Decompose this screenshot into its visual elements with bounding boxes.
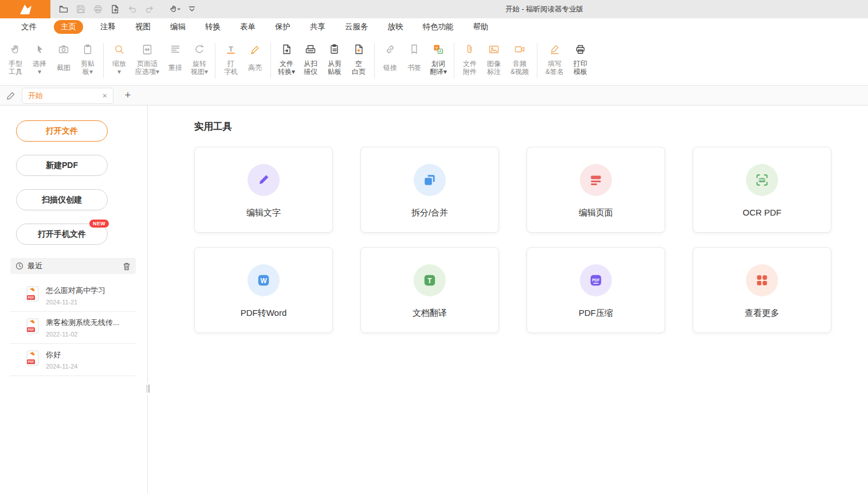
tool-card-split-merge[interactable]: 拆分/合并 xyxy=(360,147,499,233)
ribbon-label: &签名 xyxy=(545,68,564,76)
tab-close-icon[interactable]: × xyxy=(103,92,107,100)
tool-card-edit-text[interactable]: 编辑文字 xyxy=(194,147,333,233)
menu-bar: 文件 主页 注释 视图 编辑 转换 表单 保护 共享 云服务 放映 特色功能 帮… xyxy=(0,18,868,36)
ribbon-hand-tool[interactable]: 手型工具 xyxy=(3,36,28,76)
ribbon-link[interactable]: 链接 xyxy=(378,36,402,76)
menu-tab-form[interactable]: 表单 xyxy=(230,18,265,36)
recent-file-item[interactable]: PDF 你好 2024-11-24 xyxy=(10,344,136,376)
ribbon-clipboard[interactable]: 剪贴板▾ xyxy=(76,36,100,76)
tool-card-edit-page[interactable]: 编辑页面 xyxy=(527,147,665,233)
scanner-create-button[interactable]: 扫描仪创建 xyxy=(16,189,108,210)
menu-tab-protect[interactable]: 保护 xyxy=(265,18,300,36)
ribbon-select-tool[interactable]: 选择▾ xyxy=(28,36,52,76)
redo-icon[interactable] xyxy=(142,2,157,16)
sidebar-resize-handle[interactable] xyxy=(145,383,151,394)
open-file-button[interactable]: 打开文件 xyxy=(16,120,108,142)
menu-tab-share[interactable]: 共享 xyxy=(300,18,335,36)
tool-card-pdf-to-word[interactable]: W PDF转Word xyxy=(194,247,333,333)
ribbon-separator xyxy=(103,43,104,79)
select-cursor-icon xyxy=(33,43,46,56)
print-icon[interactable] xyxy=(91,2,105,16)
pdf-file-icon: PDF xyxy=(26,350,39,366)
customize-toolbar-icon[interactable] xyxy=(184,2,199,16)
ribbon-highlight[interactable]: 高亮 xyxy=(243,36,267,76)
recent-file-date: 2024-11-24 xyxy=(46,363,77,370)
clock-icon xyxy=(15,262,23,270)
ribbon-audio-video[interactable]: 音频&视频 xyxy=(506,36,533,76)
recent-file-name: 乘客检测系统无线传... xyxy=(46,318,119,328)
ribbon-file-attachment[interactable]: 文件附件 xyxy=(458,36,482,76)
ribbon-rotate-view[interactable]: 旋转视图▾ xyxy=(187,36,211,76)
ribbon-label: 转换▾ xyxy=(278,68,295,76)
ribbon-image-annotation[interactable]: 图像标注 xyxy=(482,36,506,76)
ribbon-snapshot[interactable]: 截图 xyxy=(52,36,76,76)
ribbon-zoom[interactable]: 缩放▾ xyxy=(107,36,131,76)
ribbon-label: 打 xyxy=(227,60,234,68)
menu-tab-comment[interactable]: 注释 xyxy=(91,18,125,36)
menu-tab-convert[interactable]: 转换 xyxy=(195,18,230,36)
menu-tab-help[interactable]: 帮助 xyxy=(464,18,498,36)
ribbon-word-translate[interactable]: 文A 划词翻译▾ xyxy=(426,36,450,76)
quick-access-toolbar xyxy=(56,2,199,16)
new-pdf-button[interactable]: 新建PDF xyxy=(16,155,108,176)
ribbon-bookmark[interactable]: 书签 xyxy=(402,36,426,76)
clear-recent-trash-icon[interactable] xyxy=(123,262,131,271)
ribbon-typewriter[interactable]: T 打字机 xyxy=(219,36,243,76)
menu-tab-edit[interactable]: 编辑 xyxy=(160,18,195,36)
tab-start-page[interactable]: 开始 × xyxy=(22,88,113,104)
menu-tab-present[interactable]: 放映 xyxy=(378,18,413,36)
menu-tab-home[interactable]: 主页 xyxy=(54,18,83,36)
ribbon-print-template[interactable]: 打印模板 xyxy=(568,36,592,76)
menu-tab-features[interactable]: 特色功能 xyxy=(413,18,464,36)
ribbon-from-scanner[interactable]: 从扫描仪 xyxy=(299,36,323,76)
ribbon-fill-sign[interactable]: 填写&签名 xyxy=(541,36,568,76)
ribbon-label: 文件 xyxy=(463,60,477,68)
pen-icon[interactable] xyxy=(6,91,16,101)
zoom-magnifier-icon xyxy=(113,43,125,56)
export-icon[interactable] xyxy=(108,2,123,16)
recent-file-name: 怎么面对高中学习 xyxy=(46,285,105,296)
new-tab-button[interactable]: + xyxy=(121,89,134,102)
app-logo[interactable] xyxy=(0,0,50,18)
document-tab-bar: 开始 × + xyxy=(0,86,868,105)
tool-card-ocr-pdf[interactable]: PDF OCR PDF xyxy=(693,147,831,233)
ribbon-separator xyxy=(454,43,454,79)
tool-card-label: PDF转Word xyxy=(241,308,287,319)
ribbon-label: 链接 xyxy=(383,64,397,72)
recent-files-list: PDF 怎么面对高中学习 2024-11-21 PDF 乘客检测系统无线传...… xyxy=(0,280,147,376)
start-page-sidebar: 打开文件 新建PDF 扫描仪创建 打开手机文件 NEW 最近 PDF 怎么面对高… xyxy=(0,105,148,493)
svg-text:PDF: PDF xyxy=(28,296,35,299)
touch-mode-dropdown-icon[interactable] xyxy=(167,2,182,16)
ribbon-label: 旋转 xyxy=(193,60,206,68)
undo-icon[interactable] xyxy=(125,2,140,16)
tool-card-pdf-compress[interactable]: PDF PDF压缩 xyxy=(527,247,665,333)
recent-file-item[interactable]: PDF 怎么面对高中学习 2024-11-21 xyxy=(10,280,136,312)
recent-file-item[interactable]: PDF 乘客检测系统无线传... 2022-11-02 xyxy=(10,312,136,344)
ribbon-from-clipboard[interactable]: 从剪贴板 xyxy=(323,36,347,76)
hand-tool-icon xyxy=(9,43,22,56)
tool-card-view-more[interactable]: 查看更多 xyxy=(693,247,831,333)
ribbon-reflow[interactable]: 重排 xyxy=(163,36,187,76)
menu-tab-file[interactable]: 文件 xyxy=(11,18,46,36)
menu-tab-view[interactable]: 视图 xyxy=(125,18,160,36)
rotate-view-icon xyxy=(193,43,206,56)
ribbon-label: 打印 xyxy=(574,60,587,68)
tab-start-label: 开始 xyxy=(28,91,43,101)
recent-section-header: 最近 xyxy=(10,258,136,274)
recent-file-name: 你好 xyxy=(46,350,77,360)
menu-tab-cloud[interactable]: 云服务 xyxy=(335,18,378,36)
print-template-icon xyxy=(574,43,587,56)
blank-page-icon xyxy=(352,43,365,56)
translate-icon: 文A xyxy=(432,43,445,56)
ribbon-file-convert[interactable]: 文件转换▾ xyxy=(274,36,299,76)
open-file-icon[interactable] xyxy=(56,2,71,16)
svg-text:A: A xyxy=(439,49,442,53)
fit-page-icon xyxy=(141,43,154,56)
ribbon-label: 工具 xyxy=(9,68,22,76)
tool-card-doc-translate[interactable]: T 文档翻译 xyxy=(360,247,499,333)
ribbon-blank-page[interactable]: 空白页 xyxy=(347,36,371,76)
ribbon-fit-page-options[interactable]: 页面适应选项▾ xyxy=(131,36,163,76)
ribbon-label: &视频 xyxy=(510,68,529,76)
edit-text-icon xyxy=(248,164,280,196)
save-icon[interactable] xyxy=(73,2,88,16)
